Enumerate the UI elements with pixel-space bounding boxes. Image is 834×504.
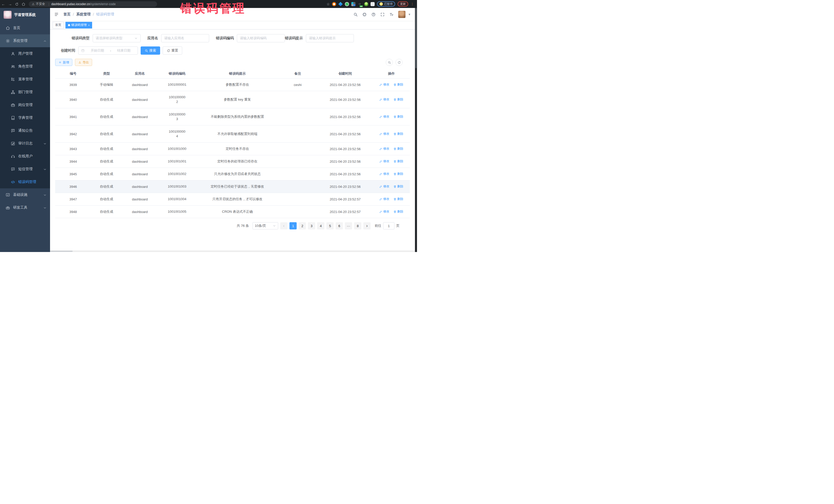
browser-reload-icon[interactable] <box>13 2 20 6</box>
delete-link[interactable]: 删除 <box>393 184 403 189</box>
delete-link[interactable]: 删除 <box>393 210 403 214</box>
sidebar-menu-item[interactable]: 短信管理 <box>0 163 50 176</box>
github-icon[interactable] <box>363 12 367 17</box>
refresh-table-button[interactable] <box>395 59 403 66</box>
bookmark-star-icon[interactable]: ☆ <box>326 2 330 6</box>
sidebar-menu-item[interactable]: 在线用户 <box>0 150 50 163</box>
page-tab[interactable]: 首页 <box>52 22 64 28</box>
toggle-search-button[interactable] <box>386 59 393 66</box>
cell-prompt: 不允许获取敏感配置到前端 <box>196 128 279 140</box>
delete-link[interactable]: 删除 <box>393 197 403 201</box>
sidebar-menu-item[interactable]: 研发工具 <box>0 201 50 214</box>
user-avatar[interactable] <box>398 11 405 18</box>
edit-link[interactable]: 修改 <box>379 114 389 119</box>
extension-icon[interactable] <box>364 2 368 6</box>
extension-icon[interactable]: ✓ <box>345 2 349 6</box>
export-button[interactable]: 导出 <box>75 59 92 66</box>
delete-link[interactable]: 删除 <box>393 82 403 87</box>
help-icon[interactable] <box>371 12 376 17</box>
edit-link[interactable]: 修改 <box>379 147 389 151</box>
edit-link[interactable]: 修改 <box>379 172 389 176</box>
sidebar-menu-item[interactable]: 用户管理 <box>0 47 50 60</box>
filter-label: 错误码编码 <box>216 36 234 41</box>
reset-button[interactable]: 重置 <box>163 46 182 54</box>
prev-page-button[interactable]: ‹ <box>280 222 287 229</box>
sidebar-item-label: 短信管理 <box>18 167 32 171</box>
sidebar-menu-item[interactable]: 审计日志 <box>0 137 50 150</box>
tab-close-icon[interactable]: × <box>88 24 90 27</box>
date-range-picker[interactable]: 开始日期 - 结束日期 <box>78 46 138 54</box>
horizontal-scrollbar[interactable] <box>50 250 415 252</box>
edit-link[interactable]: 修改 <box>379 210 389 214</box>
url-domain: dashboard.yudao.iocoder.cn <box>51 2 90 6</box>
sidebar-menu-item[interactable]: 基础设施 <box>0 188 50 201</box>
edit-link[interactable]: 修改 <box>379 197 389 201</box>
sidebar-menu-item[interactable]: 菜单管理 <box>0 73 50 86</box>
fullscreen-icon[interactable] <box>380 12 385 17</box>
browser-update-button[interactable]: 更新 <box>397 1 408 7</box>
delete-link[interactable]: 删除 <box>393 97 403 102</box>
extension-icon[interactable] <box>338 2 343 6</box>
page-number-button[interactable]: ··· <box>345 222 352 229</box>
vertical-scrollbar[interactable] <box>415 8 417 252</box>
breadcrumb-system[interactable]: 系统管理 <box>76 12 91 17</box>
extensions-puzzle-icon[interactable] <box>371 2 375 6</box>
sidebar-menu-item[interactable]: 部门管理 <box>0 86 50 98</box>
page-number-button[interactable]: 4 <box>317 222 324 229</box>
edit-link[interactable]: 修改 <box>379 184 389 189</box>
sidebar-menu-item[interactable]: 错误码管理 <box>0 176 50 188</box>
hamburger-icon[interactable] <box>54 12 59 17</box>
goto-page-input[interactable]: 1 <box>383 222 394 229</box>
page-size-select[interactable]: 10条/页 <box>253 222 278 229</box>
page-number-button[interactable]: 3 <box>308 222 315 229</box>
chevron-down-icon <box>43 168 46 171</box>
extension-icon[interactable] <box>351 2 355 6</box>
browser-forward-icon[interactable]: → <box>7 2 13 6</box>
next-page-button[interactable]: › <box>364 222 371 229</box>
filter-input[interactable]: 请输入应用名 <box>161 34 209 42</box>
column-header: 备注 <box>279 69 317 78</box>
delete-link[interactable]: 删除 <box>393 159 403 163</box>
edit-link[interactable]: 修改 <box>379 132 389 136</box>
page-tab[interactable]: 错误码管理 × <box>65 22 92 28</box>
page-number-button[interactable]: 1 <box>289 222 297 229</box>
page-number-button[interactable]: 6 <box>336 222 343 229</box>
scrollbar-thumb[interactable] <box>415 8 417 68</box>
font-size-icon[interactable] <box>389 12 394 17</box>
delete-link[interactable]: 删除 <box>393 132 403 136</box>
address-bar[interactable]: ⚠ 不安全 | dashboard.yudao.iocoder.cn /syst… <box>29 1 157 7</box>
sidebar-logo[interactable]: 芋道管理系统 <box>0 8 50 22</box>
edit-link[interactable]: 修改 <box>379 82 389 87</box>
delete-link[interactable]: 删除 <box>393 172 403 176</box>
extension-icon[interactable] <box>332 2 336 6</box>
profile-paused-chip[interactable]: 已暂停 <box>377 1 395 7</box>
sidebar-menu-item[interactable]: 角色管理 <box>0 60 50 73</box>
browser-home-icon[interactable] <box>20 2 27 6</box>
extension-icon[interactable]: on <box>358 2 362 6</box>
edit-link[interactable]: 修改 <box>379 97 389 102</box>
sidebar-menu-item[interactable]: 系统管理 <box>0 35 50 47</box>
sidebar-menu-item[interactable]: 岗位管理 <box>0 98 50 111</box>
browser-menu-icon[interactable]: ⋮ <box>411 3 414 5</box>
delete-link[interactable]: 删除 <box>393 147 403 151</box>
sidebar-item-label: 系统管理 <box>13 39 27 43</box>
sidebar-menu-item[interactable]: 首页 <box>0 22 50 35</box>
page-number-button[interactable]: 2 <box>299 222 306 229</box>
sidebar-menu-item[interactable]: 通知公告 <box>0 124 50 137</box>
filter-input[interactable]: 请输入错误码提示 <box>306 34 354 42</box>
filter-input[interactable]: 请输入错误码编码 <box>237 34 285 42</box>
filter-input[interactable]: 请选择错误码类型 <box>93 34 140 42</box>
browser-back-icon[interactable]: ← <box>0 2 7 6</box>
edit-link[interactable]: 修改 <box>379 159 389 163</box>
search-button[interactable]: 搜索 <box>140 46 160 54</box>
sidebar-menu-item[interactable]: 字典管理 <box>0 111 50 124</box>
page-number-button[interactable]: 5 <box>326 222 334 229</box>
page-number-button[interactable]: 8 <box>354 222 361 229</box>
not-secure-warning-icon: ⚠ <box>32 2 35 6</box>
add-button[interactable]: 新增 <box>55 59 72 66</box>
header-search-icon[interactable] <box>353 12 358 17</box>
delete-link[interactable]: 删除 <box>393 114 403 119</box>
scrollbar-thumb[interactable] <box>50 251 73 252</box>
breadcrumb-home[interactable]: 首页 <box>63 12 70 17</box>
avatar-caret-icon[interactable]: ▼ <box>408 13 411 16</box>
